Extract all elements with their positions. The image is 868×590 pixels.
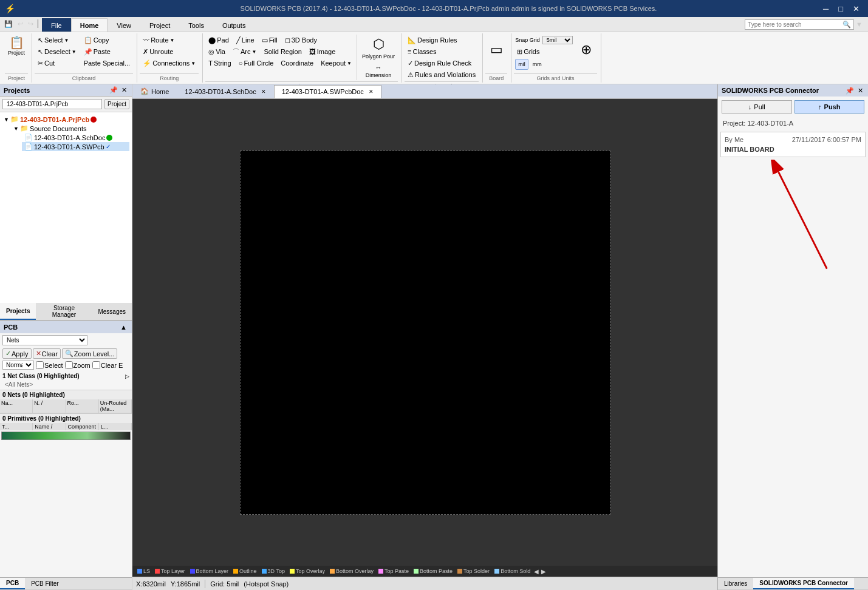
string-btn[interactable]: T String	[205, 58, 234, 69]
zoom-checkbox[interactable]	[65, 361, 73, 369]
layer-top-solder[interactable]: Top Solder	[455, 566, 492, 577]
connector-item[interactable]: By Me 27/11/2017 6:00:57 PM INITIAL BOAR…	[720, 132, 866, 157]
tree-project-root[interactable]: ▼ 📁 12-403-DT01-A.PrjPcb	[2, 115, 129, 124]
tree-sch-doc[interactable]: 📄 12-403-DT01-A.SchDoc	[22, 133, 129, 142]
fill-btn[interactable]: ▭ Fill	[259, 35, 281, 46]
tab-projects[interactable]: Projects	[0, 303, 36, 320]
design-rules-btn[interactable]: 📐 Design Rules	[405, 35, 479, 46]
paste-btn[interactable]: 📌 Paste	[81, 46, 133, 57]
doc-tab-pcb[interactable]: 12-403-DT01-A.SWPcbDoc ✕	[274, 85, 381, 98]
units-metric-btn[interactable]: mm	[530, 59, 545, 70]
tab-project[interactable]: Project	[140, 18, 179, 32]
tab-pcb-filter[interactable]: PCB Filter	[25, 578, 65, 589]
cut-btn[interactable]: ✂ Cut	[35, 58, 58, 69]
minimize-btn[interactable]: ─	[819, 4, 832, 13]
board-shape-btn[interactable]: ▭	[485, 35, 507, 65]
close-btn[interactable]: ✕	[849, 4, 863, 13]
arc-btn[interactable]: ⌒ Arc ▼	[230, 46, 259, 57]
route-btn[interactable]: 〰 Route ▼	[140, 35, 199, 46]
layer-bottom-paste[interactable]: Bottom Paste	[411, 566, 455, 577]
right-panel-close-btn[interactable]: ✕	[856, 87, 864, 95]
push-btn[interactable]: ↑ Push	[795, 100, 865, 114]
layer-top-overlay[interactable]: Top Overlay	[287, 566, 327, 577]
layer-3dtop[interactable]: 3D Top	[259, 566, 287, 577]
pull-btn[interactable]: ↓ Pull	[722, 100, 792, 114]
prim-col-name: Name /	[33, 423, 66, 430]
layer-top[interactable]: Top Layer	[152, 566, 188, 577]
zoom-level-btn[interactable]: 🔍 Zoom Level...	[62, 348, 118, 359]
connections-btn[interactable]: ⚡ Connections ▼	[140, 58, 199, 69]
layer-scroll-right[interactable]: ▶	[540, 568, 547, 575]
polygon-pour-btn[interactable]: ⬡ Polygon Pour	[359, 35, 398, 61]
normal-select[interactable]: Normal	[2, 361, 34, 370]
project-btn[interactable]: 📋 Project	[5, 35, 28, 58]
projects-close-btn[interactable]: ✕	[120, 86, 128, 94]
full-circle-btn[interactable]: ○ Full Circle	[236, 58, 277, 69]
paste-special-btn[interactable]: Paste Special...	[81, 58, 133, 69]
projects-pin-btn[interactable]: 📌	[108, 86, 119, 94]
layer-bottom[interactable]: Bottom Layer	[188, 566, 231, 577]
pcb-filter-select[interactable]: Nets	[2, 335, 87, 345]
tab-pcb-connector[interactable]: SOLIDWORKS PCB Connector	[753, 578, 854, 589]
search-input[interactable]	[748, 21, 842, 28]
pcb-expand-btn[interactable]: ▲	[119, 324, 128, 331]
layer-bottom-overlay[interactable]: Bottom Overlay	[327, 566, 376, 577]
tab-tools[interactable]: Tools	[179, 18, 213, 32]
canvas-area[interactable]	[132, 99, 717, 566]
sch-tab-close[interactable]: ✕	[261, 89, 266, 95]
project-btn-sidebar[interactable]: Project	[104, 99, 129, 109]
design-rule-check-btn[interactable]: ✓ Design Rule Check	[405, 58, 479, 69]
snap-settings-btn[interactable]: ⊕	[575, 35, 597, 65]
deselect-btn[interactable]: ↖ Deselect ▼	[35, 46, 80, 57]
tab-pcb[interactable]: PCB	[0, 578, 25, 589]
maximize-btn[interactable]: □	[835, 4, 847, 13]
qa-undo-btn[interactable]: ↩	[16, 19, 25, 29]
classes-btn[interactable]: ≡ Classes	[405, 46, 479, 57]
snap-grid-select[interactable]: 5mil	[542, 36, 573, 44]
layer-ls[interactable]: LS	[135, 566, 152, 577]
all-nets-item[interactable]: <All Nets>	[2, 381, 129, 388]
clear-e-checkbox[interactable]	[92, 361, 100, 369]
line-btn[interactable]: ╱ Line	[233, 35, 258, 46]
qa-save-btn[interactable]: 💾	[2, 19, 15, 29]
qa-redo-btn[interactable]: ↪	[26, 19, 35, 29]
tab-messages[interactable]: Messages	[92, 303, 132, 320]
layer-bottom-sold[interactable]: Bottom Sold	[492, 566, 533, 577]
doc-tab-sch[interactable]: 12-403-DT01-A.SchDoc ✕	[177, 85, 273, 98]
unroute-btn[interactable]: ✗ Unroute	[140, 46, 199, 57]
dimension-btn[interactable]: ↔ Dimension	[359, 62, 398, 80]
rules-violations-btn[interactable]: ⚠ Rules and Violations	[405, 69, 479, 80]
expand-btn[interactable]: ▼	[854, 20, 864, 29]
3dbody-btn[interactable]: ◻ 3D Body	[282, 35, 320, 46]
pad-btn[interactable]: ⬤ Pad	[205, 35, 232, 46]
tab-file[interactable]: File	[42, 18, 71, 32]
search-box[interactable]: 🔍	[745, 19, 854, 30]
select-btn[interactable]: ↖ Select ▼	[35, 35, 72, 46]
tab-storage[interactable]: Storage Manager	[36, 303, 92, 320]
solid-region-btn[interactable]: Solid Region	[261, 46, 304, 57]
layer-outline[interactable]: Outline	[231, 566, 259, 577]
via-btn[interactable]: ◎ Via	[205, 46, 228, 57]
image-btn[interactable]: 🖼 Image	[306, 46, 339, 57]
coordinate-btn[interactable]: Coordinate	[278, 58, 316, 69]
connector-item-title: INITIAL BOARD	[725, 146, 861, 153]
keepout-btn[interactable]: Keepout ▼	[318, 58, 355, 69]
tab-home[interactable]: Home	[71, 18, 108, 32]
copy-btn[interactable]: 📋 Copy	[81, 35, 133, 46]
status-bar: X:6320mil Y:1865mil Grid: 5mil (Hotspot …	[132, 577, 717, 590]
grids-btn[interactable]: ⊞ Grids	[514, 46, 574, 57]
tab-outputs[interactable]: Outputs	[213, 18, 255, 32]
layer-scroll-left[interactable]: ◀	[533, 568, 540, 575]
tree-pcb-doc[interactable]: 📄 12-403-DT01-A.SWPcb ✓	[22, 142, 129, 151]
tree-source-docs[interactable]: ▼ 📁 Source Documents	[12, 124, 129, 133]
doc-tab-home[interactable]: 🏠 Home	[132, 85, 177, 98]
apply-btn[interactable]: ✓ Apply	[2, 348, 32, 359]
tab-view[interactable]: View	[108, 18, 140, 32]
pcb-tab-close[interactable]: ✕	[369, 89, 374, 95]
select-checkbox[interactable]	[36, 361, 44, 369]
layer-top-paste[interactable]: Top Paste	[376, 566, 411, 577]
tab-libraries[interactable]: Libraries	[718, 578, 753, 589]
right-panel-pin-btn[interactable]: 📌	[844, 87, 855, 95]
clear-btn[interactable]: ✕ Clear	[33, 348, 61, 359]
units-imperial-btn[interactable]: mil	[515, 59, 528, 70]
